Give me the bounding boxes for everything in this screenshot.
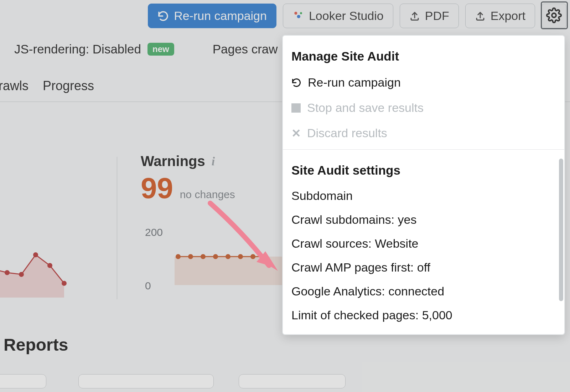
setting-crawl-sources[interactable]: Crawl sources: Website [283, 232, 564, 256]
warnings-no-change: no changes [180, 189, 235, 200]
dropdown-discard-item: ✕ Discard results [283, 120, 564, 146]
setting-google-analytics[interactable]: Google Analytics: connected [283, 279, 564, 303]
looker-studio-icon [292, 10, 304, 22]
refresh-icon [291, 78, 301, 88]
svg-point-10 [213, 254, 218, 259]
dropdown-scrollbar[interactable] [559, 159, 563, 301]
toolbar: Re-run campaign Looker Studio PDF Export [148, 4, 566, 28]
dropdown-rerun-item[interactable]: Re-run campaign [283, 70, 564, 95]
pdf-button[interactable]: PDF [400, 4, 459, 28]
reports-heading: c Reports [0, 335, 68, 355]
upload-icon [475, 11, 486, 21]
gear-icon [546, 7, 562, 23]
svg-point-0 [294, 12, 297, 15]
tab-crawls[interactable]: Crawls [0, 78, 28, 93]
svg-point-13 [250, 254, 255, 259]
pages-crawled-status: Pages craw [213, 42, 278, 56]
site-audit-settings-title: Site Audit settings [283, 150, 564, 184]
svg-point-18 [5, 270, 10, 275]
errors-chart-partial [0, 235, 100, 306]
info-icon[interactable]: i [212, 155, 215, 168]
rerun-campaign-button[interactable]: Re-run campaign [148, 4, 276, 28]
export-label: Export [491, 9, 525, 23]
svg-point-21 [47, 263, 52, 268]
report-card[interactable] [0, 374, 46, 388]
tabs-row: Crawls Progress [0, 78, 94, 93]
svg-marker-15 [0, 255, 64, 298]
manage-site-audit-title: Manage Site Audit [283, 36, 564, 70]
js-rendering-status: JS-rendering: Disabled [14, 42, 141, 56]
setting-subdomain[interactable]: Subdomain [283, 184, 564, 208]
status-row: JS-rendering: Disabled new Pages craw [14, 42, 278, 56]
report-card[interactable] [239, 374, 346, 388]
setting-crawl-amp[interactable]: Crawl AMP pages first: off [283, 256, 564, 279]
looker-studio-button[interactable]: Looker Studio [283, 4, 393, 28]
vertical-divider [117, 157, 117, 299]
looker-label: Looker Studio [309, 9, 384, 23]
dropdown-stop-item: Stop and save results [283, 95, 564, 120]
refresh-icon [157, 10, 169, 22]
svg-point-14 [263, 254, 268, 259]
new-badge: new [147, 43, 174, 56]
dropdown-rerun-label: Re-run campaign [308, 76, 401, 89]
pdf-label: PDF [425, 9, 449, 23]
svg-point-1 [297, 15, 300, 18]
svg-point-20 [33, 252, 38, 257]
svg-point-12 [238, 254, 243, 259]
svg-point-9 [201, 254, 206, 259]
rerun-label: Re-run campaign [174, 9, 267, 23]
tab-progress[interactable]: Progress [43, 78, 94, 93]
svg-point-2 [300, 12, 302, 14]
export-button[interactable]: Export [465, 4, 535, 28]
warnings-panel: Warnings i 99 no changes [141, 153, 235, 205]
svg-point-22 [62, 281, 67, 286]
svg-point-7 [176, 254, 181, 259]
dropdown-stop-label: Stop and save results [307, 101, 424, 115]
warnings-count: 99 [141, 171, 173, 205]
svg-point-19 [19, 272, 24, 277]
y-tick-0: 0 [145, 280, 151, 292]
svg-point-5 [552, 13, 556, 17]
warnings-title: Warnings [141, 153, 205, 169]
stop-icon [291, 103, 301, 113]
settings-dropdown: Manage Site Audit Re-run campaign Stop a… [283, 36, 564, 334]
upload-icon [409, 11, 420, 21]
report-card[interactable] [78, 374, 214, 388]
svg-point-8 [188, 254, 193, 259]
dropdown-discard-label: Discard results [307, 126, 387, 140]
settings-gear-button[interactable] [542, 4, 566, 28]
close-icon: ✕ [291, 127, 301, 140]
setting-crawl-subdomains[interactable]: Crawl subdomains: yes [283, 208, 564, 232]
svg-point-11 [226, 254, 230, 259]
setting-limit-pages[interactable]: Limit of checked pages: 5,000 [283, 303, 564, 327]
y-tick-200: 200 [145, 226, 163, 238]
